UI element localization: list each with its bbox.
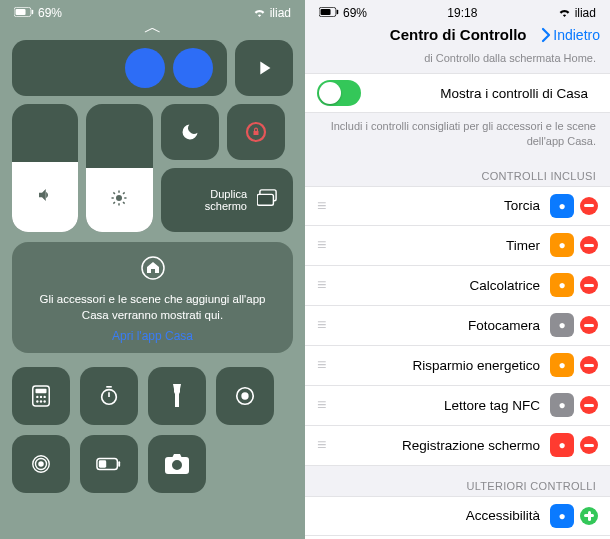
volume-slider[interactable]	[12, 104, 78, 232]
svg-rect-34	[118, 461, 120, 467]
svg-point-21	[36, 400, 38, 402]
reorder-handle-icon[interactable]: ≡	[317, 236, 324, 254]
svg-rect-17	[36, 389, 47, 394]
control-app-icon: ●	[550, 233, 574, 257]
remove-icon[interactable]	[580, 236, 598, 254]
section-header-included: CONTROLLI INCLUSI	[305, 156, 610, 186]
connectivity-tile[interactable]	[12, 40, 227, 96]
control-label: Calcolatrice	[328, 278, 550, 293]
open-home-link[interactable]: Apri l'app Casa	[30, 329, 275, 343]
svg-rect-14	[257, 194, 273, 205]
svg-point-29	[38, 461, 44, 467]
included-row[interactable]: ●Lettore tag NFC≡	[305, 386, 610, 426]
svg-rect-2	[32, 10, 34, 15]
svg-point-28	[241, 392, 248, 399]
reorder-handle-icon[interactable]: ≡	[317, 436, 324, 454]
control-app-icon: ●	[550, 433, 574, 457]
remove-icon[interactable]	[580, 316, 598, 334]
included-row[interactable]: ●Torcia≡	[305, 186, 610, 226]
media-tile[interactable]	[235, 40, 293, 96]
screen-mirror-label: Duplica schermo	[175, 188, 248, 212]
wifi-icon	[558, 6, 571, 20]
control-center-panel: iliad 69% ︿	[0, 0, 305, 539]
control-app-icon: ●	[550, 353, 574, 377]
svg-point-18	[36, 396, 38, 398]
control-app-icon: ●	[550, 504, 574, 528]
control-label: Timer	[328, 238, 550, 253]
show-home-switch[interactable]	[317, 80, 361, 106]
chevron-down-icon[interactable]: ︿	[0, 22, 305, 32]
remove-icon[interactable]	[580, 197, 598, 215]
torch-button[interactable]	[148, 367, 206, 425]
show-home-label: Mostra i controlli di Casa	[361, 86, 598, 101]
remove-icon[interactable]	[580, 356, 598, 374]
control-label: Torcia	[328, 198, 550, 213]
included-row[interactable]: ●Risparmio energetico≡	[305, 346, 610, 386]
svg-point-20	[43, 396, 45, 398]
remove-icon[interactable]	[580, 436, 598, 454]
included-row[interactable]: ●Fotocamera≡	[305, 306, 610, 346]
reorder-handle-icon[interactable]: ≡	[317, 316, 324, 334]
battery-pct-label: 69%	[38, 6, 62, 20]
svg-point-24	[102, 390, 117, 405]
timer-button[interactable]	[80, 367, 138, 425]
brightness-slider[interactable]	[86, 104, 152, 232]
remove-icon[interactable]	[580, 276, 598, 294]
section-header-more: ULTERIORI CONTROLLI	[305, 466, 610, 496]
more-row[interactable]: ●Accessibilità	[305, 496, 610, 536]
svg-line-10	[114, 202, 116, 204]
wifi-icon	[253, 6, 266, 20]
included-list: ●Torcia≡●Timer≡●Calcolatrice≡●Fotocamera…	[305, 186, 610, 466]
control-label: Registrazione schermo	[328, 438, 550, 453]
bluetooth-toggle[interactable]	[125, 48, 165, 88]
svg-rect-36	[321, 9, 331, 15]
orientation-lock-button[interactable]	[227, 104, 285, 160]
show-home-controls-cell[interactable]: Mostra i controlli di Casa	[305, 73, 610, 113]
nav-header: Indietro Centro di Controllo	[305, 22, 610, 51]
svg-rect-37	[337, 10, 339, 15]
control-label: Fotocamera	[328, 318, 550, 333]
carrier-label: iliad	[270, 6, 291, 20]
svg-line-9	[123, 202, 125, 204]
screen-record-button[interactable]	[216, 367, 274, 425]
show-home-subtitle: Includi i controlli consigliati per gli …	[305, 113, 610, 156]
included-row[interactable]: ●Calcolatrice≡	[305, 266, 610, 306]
reorder-handle-icon[interactable]: ≡	[317, 356, 324, 374]
svg-line-8	[114, 192, 116, 194]
add-icon[interactable]	[580, 507, 598, 525]
low-power-button[interactable]	[80, 435, 138, 493]
remove-icon[interactable]	[580, 396, 598, 414]
home-message: Gli accessori e le scene che aggiungi al…	[30, 292, 275, 323]
battery-pct-label: 69%	[343, 6, 367, 20]
speaker-icon	[36, 186, 54, 208]
back-button[interactable]: Indietro	[541, 27, 600, 43]
settings-panel: iliad 19:18 69% Indietro Centro di Contr…	[305, 0, 610, 539]
home-card: Gli accessori e le scene che aggiungi al…	[12, 242, 293, 353]
svg-line-11	[123, 192, 125, 194]
back-label: Indietro	[553, 27, 600, 43]
control-label: Accessibilità	[317, 508, 550, 523]
reorder-handle-icon[interactable]: ≡	[317, 197, 324, 215]
battery-icon	[14, 6, 34, 20]
camera-button[interactable]	[148, 435, 206, 493]
calculator-button[interactable]	[12, 367, 70, 425]
sun-icon	[110, 189, 128, 211]
home-icon	[30, 256, 275, 286]
svg-point-23	[43, 400, 45, 402]
screen-mirror-button[interactable]: Duplica schermo	[161, 168, 294, 232]
subtitle-top: di Controllo dalla schermata Home.	[305, 51, 610, 73]
st-status-bar: iliad 19:18 69%	[305, 0, 610, 22]
control-app-icon: ●	[550, 313, 574, 337]
focus-button[interactable]	[161, 104, 219, 160]
control-app-icon: ●	[550, 194, 574, 218]
included-row[interactable]: ●Registrazione schermo≡	[305, 426, 610, 466]
wifi-toggle[interactable]	[173, 48, 213, 88]
control-label: Lettore tag NFC	[328, 398, 550, 413]
page-title: Centro di Controllo	[375, 26, 541, 43]
clock: 19:18	[447, 6, 477, 20]
reorder-handle-icon[interactable]: ≡	[317, 396, 324, 414]
nfc-button[interactable]	[12, 435, 70, 493]
control-app-icon: ●	[550, 393, 574, 417]
reorder-handle-icon[interactable]: ≡	[317, 276, 324, 294]
included-row[interactable]: ●Timer≡	[305, 226, 610, 266]
